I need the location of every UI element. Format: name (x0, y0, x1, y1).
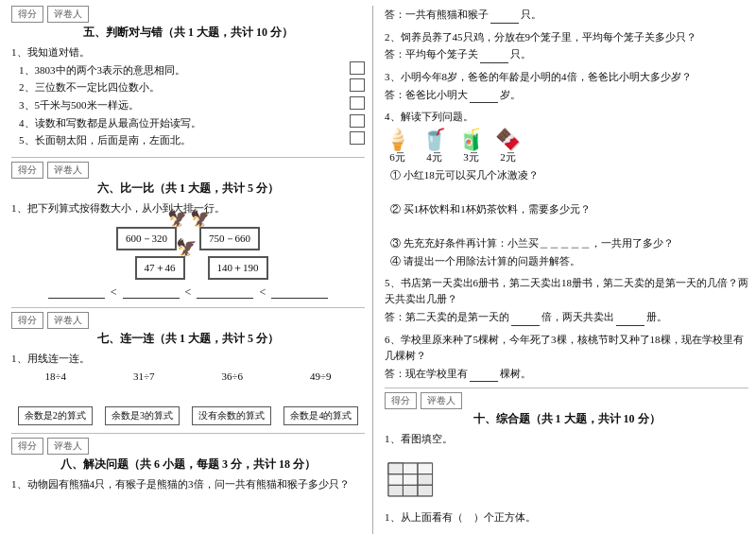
judge-bracket-5 (350, 131, 365, 145)
compare-blank-2 (123, 286, 180, 299)
reviewer-label-5: 评卷人 (47, 6, 89, 23)
food-item-4: 🍫 2元 (495, 129, 521, 164)
score-row-7: 得分 评卷人 (11, 312, 365, 329)
section-8-title: 八、解决问题（共 6 小题，每题 3 分，共计 18 分） (11, 456, 365, 473)
expr-box-2: 750－660 (199, 227, 260, 250)
score-row-8: 得分 评卷人 (11, 438, 365, 455)
food-icon-3: 🧃 (458, 129, 484, 150)
connect-num-1: 18÷4 (44, 370, 66, 382)
right-q4: 4、解读下列问题。 🍦 6元 🥤 4元 🧃 3元 🍫 (385, 109, 748, 268)
cube-container (385, 452, 748, 506)
expr-wrap-2: 750－660 🦅 (199, 227, 260, 250)
compare-blank-4 (271, 286, 328, 299)
main-content: 得分 评卷人 五、判断对与错（共 1 大题，共计 10 分） 1、我知道对错。 … (0, 6, 756, 534)
reviewer-label-10: 评卷人 (421, 392, 462, 409)
reviewer-label-7: 评卷人 (47, 312, 89, 329)
q1-blank (490, 23, 519, 24)
right-q6: 6、学校里原来种了5棵树，今年死了3棵，核桃节时又种了18棵，现在学校里有几棵树… (385, 332, 748, 383)
cat-box-4: 余数是4的算式 (284, 406, 358, 425)
cat-box-2: 余数是3的算式 (105, 406, 180, 425)
cat-box-3: 没有余数的算式 (192, 406, 271, 425)
connect-num-3: 36÷6 (221, 370, 243, 382)
section-8-q1: 1、动物园有熊猫4只，有猴子是熊猫的3倍，问一共有熊猫和猴子多少只？ (11, 476, 365, 493)
q3-text: 3、小明今年8岁，爸爸的年龄是小明的4倍，爸爸比小明大多少岁？ (385, 69, 748, 86)
reviewer-label-6: 评卷人 (47, 162, 89, 179)
expr-box-1: 600－320 (116, 227, 177, 250)
food-item-2: 🥤 4元 (421, 129, 447, 164)
right-q5: 5、书店第一天卖出6册书，第二天卖出18册书，第二天卖的是第一天的几倍？两天共卖… (385, 275, 748, 326)
expr-box-4: 140＋190 (208, 256, 268, 280)
section-10-q1: 1、从上面看有（ ）个正方体。 (385, 509, 748, 526)
score-label-5: 得分 (11, 6, 43, 23)
food-row: 🍦 6元 🥤 4元 🧃 3元 🍫 2元 (385, 129, 748, 164)
q5-answer: 答：第二天卖的是第一天的倍，两天共卖出册。 (385, 308, 748, 326)
judge-bracket-4 (350, 114, 365, 128)
compare-blanks: < < < (11, 285, 365, 300)
q4-title: 4、解读下列问题。 (385, 109, 748, 126)
judge-item-3: 3、5千米与500米一样远。 (19, 96, 365, 114)
section-6: 得分 评卷人 六、比一比（共 1 大题，共计 5 分） 1、把下列算式按得数大小… (11, 162, 365, 300)
svg-marker-2 (388, 474, 404, 486)
q5-blank1 (511, 325, 540, 326)
bird-icon-2: 🦅 (190, 208, 211, 229)
q4-sub1-blank (390, 183, 748, 200)
judge-bracket-3 (350, 96, 365, 110)
score-label-10: 得分 (385, 392, 417, 409)
food-item-3: 🧃 3元 (458, 129, 484, 164)
svg-marker-3 (403, 474, 418, 486)
section-7-title: 七、连一连（共 1 大题，共计 5 分） (11, 331, 365, 347)
score-label-7: 得分 (11, 312, 43, 329)
svg-marker-0 (388, 485, 404, 496)
judge-item-4: 4、读数和写数都是从最高位开始读写。 (19, 114, 365, 132)
svg-marker-8 (418, 485, 433, 496)
section-8: 得分 评卷人 八、解决问题（共 6 小题，每题 3 分，共计 18 分） 1、动… (11, 438, 365, 493)
compare-lt-3: < (259, 285, 266, 300)
judge-item-2: 2、三位数不一定比四位数小。 (19, 78, 365, 96)
judge-item-5: 5、长面朝太阳，后面是南，左面北。 (19, 131, 365, 149)
expr-box-3: 47＋46 (135, 256, 185, 280)
q2-blank (480, 62, 508, 63)
food-icon-2: 🥤 (421, 129, 447, 150)
section-6-intro: 1、把下列算式按得数大小，从小到大排一行。 (11, 200, 365, 217)
compare-blank-1 (48, 286, 105, 299)
right-column: 答：一共有熊猫和猴子只。 2、饲养员养了45只鸡，分放在9个笼子里，平均每个笼子… (373, 6, 756, 534)
reviewer-label-8: 评卷人 (47, 438, 89, 455)
left-column: 得分 评卷人 五、判断对与错（共 1 大题，共计 10 分） 1、我知道对错。 … (0, 6, 373, 534)
judge-items: 1、3803中的两个3表示的意思相同。 2、三位数不一定比四位数小。 3、5千米… (19, 61, 365, 149)
judge-bracket-1 (350, 61, 365, 75)
q5-text: 5、书店第一天卖出6册书，第二天卖出18册书，第二天卖的是第一天的几倍？两天共卖… (385, 275, 748, 308)
svg-marker-9 (388, 463, 404, 474)
connect-lines-space (11, 386, 365, 403)
score-row-10: 得分 评卷人 (385, 392, 748, 409)
connect-num-2: 31÷7 (133, 370, 155, 382)
q4-sub3: ③ 先充充好条件再计算：小兰买＿＿＿＿＿，一共用了多少？ (390, 234, 748, 251)
score-row-5: 得分 评卷人 (11, 6, 365, 23)
expr-wrap-1: 600－320 🦅 (116, 227, 177, 250)
compare-blank-3 (197, 286, 253, 299)
cube-svg (385, 452, 451, 504)
score-label-8: 得分 (11, 438, 43, 455)
right-q3: 3、小明今年8岁，爸爸的年龄是小明的4倍，爸爸比小明大多少岁？ 答：爸爸比小明大… (385, 69, 748, 103)
food-icon-4: 🍫 (495, 129, 521, 150)
compare-lt-2: < (185, 285, 192, 300)
q3-blank (470, 102, 498, 103)
q1-answer-line: 答：一共有熊猫和猴子只。 (385, 6, 748, 24)
section-7-intro: 1、用线连一连。 (11, 351, 365, 368)
right-q2: 2、饲养员养了45只鸡，分放在9个笼子里，平均每个笼子关多少只？ 答：平均每个笼… (385, 29, 748, 63)
section-7: 得分 评卷人 七、连一连（共 1 大题，共计 5 分） 1、用线连一连。 18÷… (11, 312, 365, 426)
q3-answer: 答：爸爸比小明大岁。 (385, 86, 748, 104)
q4-sub2-blank (390, 217, 748, 234)
section-5-intro: 1、我知道对错。 (11, 44, 365, 61)
q4-sub4: ④ 请提出一个用除法计算的问题并解答。 (390, 252, 748, 269)
connect-numbers: 18÷4 31÷7 36÷6 49÷9 (11, 370, 365, 382)
judge-bracket-2 (350, 78, 365, 92)
compare-area: 600－320 🦅 750－660 🦅 (11, 227, 365, 280)
bird-icon-1: 🦅 (167, 208, 188, 229)
q4-sub1: ① 小红18元可以买几个冰激凌？ (390, 166, 748, 183)
section-10: 得分 评卷人 十、综合题（共 1 大题，共计 10 分） 1、看图填空。 (385, 392, 748, 525)
right-q1-answer: 答：一共有熊猫和猴子只。 (385, 6, 748, 24)
connect-num-4: 49÷9 (310, 370, 332, 382)
score-row-6: 得分 评卷人 (11, 162, 365, 179)
score-label-6: 得分 (11, 162, 43, 179)
section-5: 得分 评卷人 五、判断对与错（共 1 大题，共计 10 分） 1、我知道对错。 … (11, 6, 365, 149)
